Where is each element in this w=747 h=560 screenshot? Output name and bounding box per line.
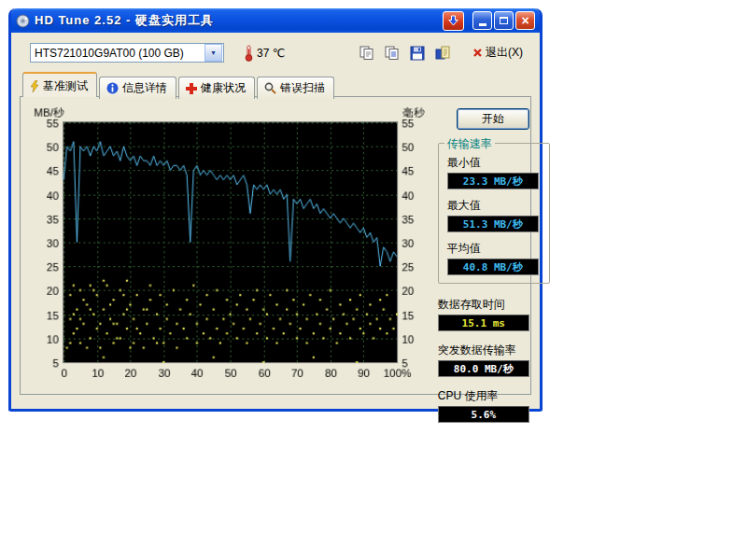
access-time-stat: 数据存取时间 15.1 ms — [438, 297, 550, 331]
access-time-label: 数据存取时间 — [438, 297, 550, 313]
cpu-usage-value: 5.6% — [438, 406, 529, 423]
minimize-button[interactable] — [472, 11, 492, 30]
window-title: HD Tune 2.52 - 硬盘实用工具 — [35, 12, 214, 29]
access-time-value: 15.1 ms — [438, 315, 529, 331]
toolbar: HTS721010G9AT00 (100 GB) ▼ 37 ℃ — [11, 33, 540, 66]
exit-x-icon — [472, 48, 483, 58]
close-icon: × — [521, 14, 529, 27]
avg-value: 40.8 MB/秒 — [447, 259, 539, 275]
drive-select[interactable]: HTS721010G9AT00 (100 GB) ▼ — [30, 43, 224, 63]
temperature-indicator: 37 ℃ — [245, 45, 285, 62]
save-button[interactable] — [407, 44, 428, 63]
transfer-rate-group: 传输速率 最小值 23.3 MB/秒 最大值 51.3 MB/秒 平均值 40.… — [438, 143, 550, 284]
cpu-usage-label: CPU 使用率 — [438, 388, 550, 404]
tab-bar: 基准测试 信息详情 健康状况 — [11, 72, 540, 97]
info-icon — [106, 82, 119, 94]
down-arrow-icon — [448, 15, 458, 26]
copy-icon — [359, 46, 374, 61]
maximize-button[interactable] — [494, 11, 514, 30]
results-panel: 开始 传输速率 最小值 23.3 MB/秒 最大值 51.3 MB/秒 平均值 … — [438, 105, 550, 394]
cpu-usage-stat: CPU 使用率 5.6% — [438, 388, 550, 423]
app-icon — [16, 14, 30, 28]
titlebar: HD Tune 2.52 - 硬盘实用工具 × — [11, 8, 540, 33]
tab-benchmark[interactable]: 基准测试 — [22, 72, 97, 97]
benchmark-chart — [30, 105, 429, 394]
toolbar-icons: 退出(X) — [357, 44, 525, 63]
chevron-down-icon[interactable]: ▼ — [204, 44, 222, 62]
save-text-icon — [435, 46, 450, 61]
tab-error-scan-label: 错误扫描 — [280, 80, 325, 96]
max-label: 最大值 — [447, 198, 541, 214]
magnifier-icon — [264, 82, 276, 94]
tab-info[interactable]: 信息详情 — [99, 77, 176, 99]
thermometer-icon — [245, 45, 253, 62]
health-cross-icon — [186, 83, 197, 94]
temperature-label: 37 ℃ — [257, 47, 285, 60]
hdtune-window: HD Tune 2.52 - 硬盘实用工具 × HTS721010G9AT00 … — [8, 8, 543, 412]
tab-health-label: 健康状况 — [201, 80, 246, 96]
titlebar-buttons: × — [443, 11, 535, 31]
minimize-icon — [479, 23, 486, 26]
max-value: 51.3 MB/秒 — [447, 216, 539, 232]
save-icon — [410, 46, 425, 61]
exit-button[interactable]: 退出(X) — [471, 45, 525, 61]
copy-text-button[interactable] — [382, 44, 402, 63]
max-stat: 最大值 51.3 MB/秒 — [447, 198, 541, 232]
burst-rate-value: 80.0 MB/秒 — [438, 360, 529, 377]
maximize-icon — [500, 17, 508, 24]
start-button[interactable]: 开始 — [457, 108, 529, 130]
burst-rate-label: 突发数据传输率 — [438, 343, 550, 358]
download-button[interactable] — [443, 11, 464, 31]
min-label: 最小值 — [447, 155, 541, 171]
min-value: 23.3 MB/秒 — [447, 173, 539, 189]
benchmark-page: 开始 传输速率 最小值 23.3 MB/秒 最大值 51.3 MB/秒 平均值 … — [20, 96, 531, 395]
benchmark-icon — [30, 80, 39, 92]
drive-select-value: HTS721010G9AT00 (100 GB) — [31, 47, 204, 60]
copy-text-icon — [385, 46, 400, 61]
close-button[interactable]: × — [515, 11, 535, 30]
min-stat: 最小值 23.3 MB/秒 — [447, 155, 541, 189]
transfer-rate-title: 传输速率 — [444, 136, 495, 152]
tab-error-scan[interactable]: 错误扫描 — [257, 77, 334, 99]
avg-stat: 平均值 40.8 MB/秒 — [447, 241, 541, 275]
tab-benchmark-label: 基准测试 — [43, 78, 88, 94]
exit-label: 退出(X) — [486, 45, 523, 61]
tab-health[interactable]: 健康状况 — [178, 77, 255, 99]
burst-rate-stat: 突发数据传输率 80.0 MB/秒 — [438, 343, 550, 377]
save-text-button[interactable] — [432, 44, 453, 63]
copy-image-button[interactable] — [357, 44, 377, 63]
tab-info-label: 信息详情 — [122, 80, 167, 96]
avg-label: 平均值 — [447, 241, 541, 257]
